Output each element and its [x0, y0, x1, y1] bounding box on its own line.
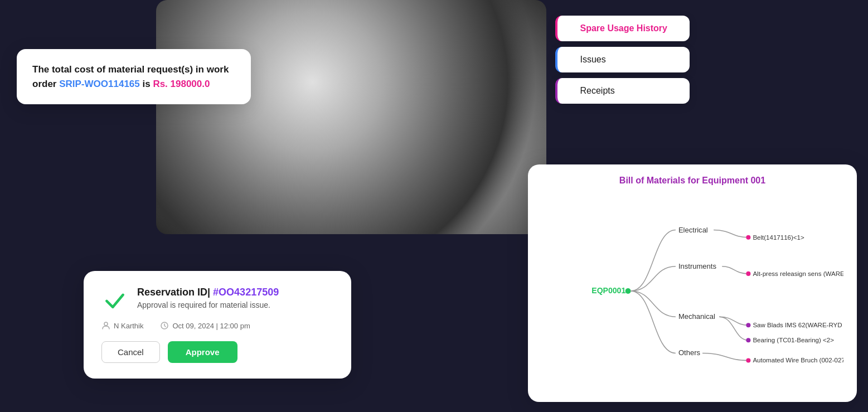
info-text-middle: is	[140, 79, 153, 89]
item-sawblads: Saw Blads IMS 62(WARE-RYD BL) <2>	[753, 322, 843, 328]
line-electrical-item	[714, 230, 748, 237]
line-electrical	[631, 230, 676, 291]
others-item-dot	[746, 358, 750, 362]
tabs-panel: Spare Usage History Issues Receipts	[555, 16, 690, 104]
work-order-link[interactable]: SRIP-WOO114165	[59, 79, 140, 89]
instruments-item-dot	[746, 272, 750, 276]
reservation-meta: N Karthik Oct 09, 2024 | 12:00 pm	[101, 321, 333, 330]
item-altpress: Alt-press releasign sens (WARE-RYD)<1>	[753, 270, 843, 277]
reservation-title: Reservation ID| #OO43217509	[137, 287, 279, 298]
approve-button[interactable]: Approve	[168, 341, 237, 363]
line-others	[631, 291, 676, 353]
root-dot	[625, 288, 631, 294]
info-card: The total cost of material request(s) in…	[17, 49, 251, 104]
meta-datetime: Oct 09, 2024 | 12:00 pm	[160, 321, 250, 330]
user-name: N Karthik	[114, 322, 143, 330]
line-mechanical	[631, 291, 676, 317]
bearing-image	[156, 0, 546, 234]
line-instruments-item	[722, 266, 748, 274]
tab-receipts[interactable]: Receipts	[555, 78, 690, 104]
category-others: Others	[678, 348, 701, 357]
mechanical-item1-dot	[746, 323, 750, 327]
reservation-actions: Cancel Approve	[101, 341, 333, 363]
bom-title: Bill of Materials for Equipment 001	[541, 176, 843, 186]
reservation-header: Reservation ID| #OO43217509 Approval is …	[101, 287, 333, 313]
amount-text: Rs. 198000.0	[153, 79, 210, 89]
item-bearing: Bearing (TC01-Bearing) <2>	[753, 337, 834, 343]
meta-user: N Karthik	[101, 321, 143, 330]
category-instruments: Instruments	[678, 262, 717, 270]
item-wire: Automated Wire Bruch (002-027-024)<1>	[753, 357, 843, 363]
category-mechanical: Mechanical	[678, 312, 715, 321]
root-node-label: EQP0001	[591, 286, 625, 295]
info-text: The total cost of material request(s) in…	[32, 62, 235, 91]
bom-tree: EQP0001 Electrical Belt(1417116)<1> Inst…	[541, 197, 843, 389]
clock-icon	[160, 321, 169, 330]
datetime: Oct 09, 2024 | 12:00 pm	[172, 322, 250, 330]
reservation-info: Reservation ID| #OO43217509 Approval is …	[137, 287, 279, 309]
bom-svg: EQP0001 Electrical Belt(1417116)<1> Inst…	[541, 202, 843, 381]
bom-panel: Bill of Materials for Equipment 001 EQP0…	[528, 164, 857, 402]
item-belt: Belt(1417116)<1>	[753, 234, 804, 241]
tab-issues[interactable]: Issues	[555, 47, 690, 72]
line-mechanical-item1	[719, 317, 748, 325]
line-others-item-path	[702, 353, 748, 360]
mechanical-item2-dot	[746, 338, 750, 342]
category-electrical: Electrical	[678, 226, 708, 234]
tab-spare-usage-history[interactable]: Spare Usage History	[555, 16, 690, 41]
checkmark-icon	[101, 287, 128, 313]
electrical-item-dot	[746, 235, 750, 240]
line-instruments	[631, 266, 676, 291]
svg-point-0	[104, 322, 108, 326]
reservation-subtitle: Approval is required for material issue.	[137, 300, 279, 309]
user-icon	[101, 321, 110, 330]
reservation-card: Reservation ID| #OO43217509 Approval is …	[84, 271, 351, 379]
reservation-id: #OO43217509	[213, 287, 279, 298]
cancel-button[interactable]: Cancel	[101, 341, 160, 363]
